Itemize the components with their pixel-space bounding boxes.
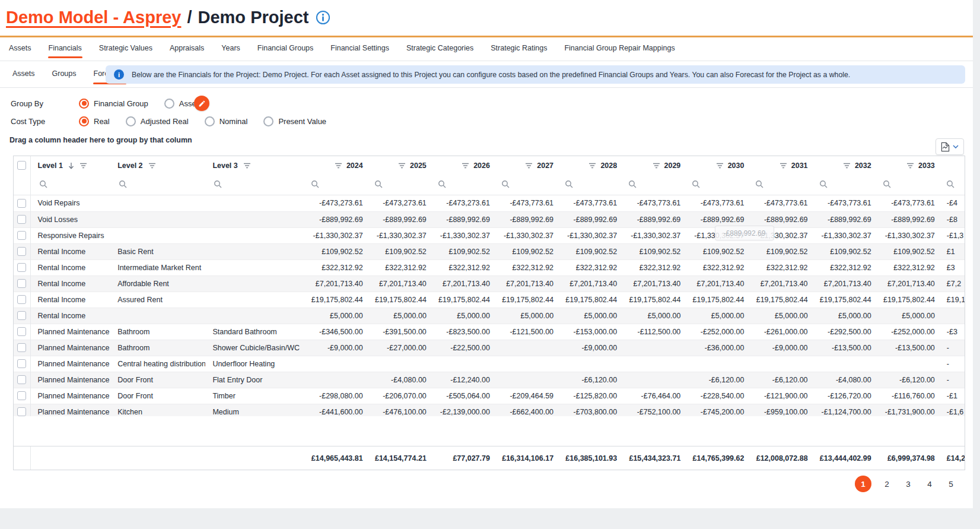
column-header-2031[interactable]: 2031 xyxy=(750,156,813,175)
search-icon[interactable] xyxy=(692,180,700,188)
row-checkbox[interactable] xyxy=(17,359,26,368)
page-button-2[interactable]: 2 xyxy=(876,480,898,489)
filter-cell-level-2[interactable] xyxy=(110,175,205,195)
filter-cell-level-1[interactable] xyxy=(30,175,110,195)
export-button[interactable] xyxy=(936,138,964,155)
filter-cell-2029[interactable] xyxy=(623,175,686,195)
filter-icon[interactable] xyxy=(779,162,787,169)
radio-adjusted-real[interactable]: Adjusted Real xyxy=(126,116,189,126)
select-all-header[interactable] xyxy=(14,156,30,175)
table-row[interactable]: Planned MaintenanceBathroomStandard Bath… xyxy=(14,324,965,340)
row-checkbox[interactable] xyxy=(17,327,26,336)
column-header-2025[interactable]: 2025 xyxy=(369,156,432,175)
radio-asset[interactable]: Asset xyxy=(164,99,199,109)
filter-icon[interactable] xyxy=(588,162,596,169)
subtab-groups[interactable]: Groups xyxy=(52,64,77,85)
tab-strategic-categories[interactable]: Strategic Categories xyxy=(406,39,474,59)
search-icon[interactable] xyxy=(39,180,47,188)
filter-icon[interactable] xyxy=(525,162,533,169)
row-checkbox[interactable] xyxy=(17,247,26,256)
search-icon[interactable] xyxy=(628,180,637,188)
row-checkbox[interactable] xyxy=(17,263,26,272)
tab-strategic-ratings[interactable]: Strategic Ratings xyxy=(490,39,548,59)
tab-years[interactable]: Years xyxy=(221,39,241,59)
page-button-1[interactable]: 1 xyxy=(855,476,871,492)
filter-icon[interactable] xyxy=(243,162,251,169)
filter-cell-2033[interactable] xyxy=(877,175,941,195)
search-icon[interactable] xyxy=(819,180,828,188)
search-icon[interactable] xyxy=(883,180,891,188)
table-row[interactable]: Void Repairs-£473,273.61-£473,273.61-£47… xyxy=(14,195,965,211)
subtab-assets[interactable]: Assets xyxy=(12,64,36,85)
page-button-4[interactable]: 4 xyxy=(919,480,940,489)
column-header-level-1[interactable]: Level 1 xyxy=(30,156,110,175)
search-icon[interactable] xyxy=(119,180,127,188)
radio-button[interactable] xyxy=(79,99,89,109)
tab-financial-group-repair-mappings[interactable]: Financial Group Repair Mappings xyxy=(564,39,675,59)
filter-cell-2025[interactable] xyxy=(369,175,432,195)
table-row[interactable]: Rental IncomeAssured Rent£19,175,802.44£… xyxy=(14,292,965,308)
search-icon[interactable] xyxy=(214,180,222,188)
table-row[interactable]: Rental IncomeAffordable Rent£7,201,713.4… xyxy=(14,275,965,292)
table-row[interactable]: Planned MaintenanceDoor FrontFlat Entry … xyxy=(14,372,965,388)
tab-financial-groups[interactable]: Financial Groups xyxy=(257,39,314,59)
filter-icon[interactable] xyxy=(653,162,660,169)
filter-cell-clipped[interactable] xyxy=(941,175,965,195)
column-header-2029[interactable]: 2029 xyxy=(623,156,686,175)
filter-cell-2028[interactable] xyxy=(559,175,623,195)
radio-button[interactable] xyxy=(205,116,215,126)
filter-cell-2027[interactable] xyxy=(496,175,559,195)
table-row[interactable]: Planned MaintenanceDoor FrontTimber-£298… xyxy=(14,388,965,404)
filter-icon[interactable] xyxy=(462,162,469,169)
info-icon[interactable] xyxy=(316,10,330,25)
filter-cell-2032[interactable] xyxy=(814,175,877,195)
radio-financial-group[interactable]: Financial Group xyxy=(79,99,148,109)
radio-button[interactable] xyxy=(263,116,273,126)
tab-strategic-values[interactable]: Strategic Values xyxy=(98,39,153,59)
page-button-3[interactable]: 3 xyxy=(898,480,919,489)
table-row[interactable]: Responsive Repairs-£1,330,302.37-£1,330,… xyxy=(14,227,965,243)
column-header-level-2[interactable]: Level 2 xyxy=(110,156,205,175)
radio-real[interactable]: Real xyxy=(79,116,110,126)
table-row[interactable]: Rental IncomeBasic Rent£109,902.52£109,9… xyxy=(14,243,965,259)
filter-cell-level-3[interactable] xyxy=(205,175,305,195)
model-breadcrumb-link[interactable]: Demo Model - Asprey xyxy=(6,8,181,27)
search-icon[interactable] xyxy=(438,180,446,188)
filter-icon[interactable] xyxy=(716,162,724,169)
tab-financials[interactable]: Financials xyxy=(48,39,82,59)
filter-cell-2024[interactable] xyxy=(306,175,369,195)
row-checkbox[interactable] xyxy=(17,279,26,288)
filter-cell-2026[interactable] xyxy=(432,175,496,195)
search-icon[interactable] xyxy=(565,180,573,188)
search-icon[interactable] xyxy=(501,180,510,188)
column-header-2024[interactable]: 2024 xyxy=(306,156,369,175)
filter-icon[interactable] xyxy=(335,162,342,169)
radio-button[interactable] xyxy=(164,99,174,109)
search-icon[interactable] xyxy=(311,180,319,188)
table-row[interactable]: Planned MaintenanceCentral heating distr… xyxy=(14,356,965,372)
table-row[interactable]: Rental IncomeIntermediate Market Rent£32… xyxy=(14,259,965,275)
search-icon[interactable] xyxy=(374,180,383,188)
column-header-2027[interactable]: 2027 xyxy=(496,156,559,175)
row-checkbox[interactable] xyxy=(17,231,26,240)
filter-icon[interactable] xyxy=(79,162,87,169)
radio-present-value[interactable]: Present Value xyxy=(263,116,326,126)
column-header-2028[interactable]: 2028 xyxy=(559,156,623,175)
column-header-2030[interactable]: 2030 xyxy=(686,156,750,175)
filter-icon[interactable] xyxy=(843,162,851,169)
chevron-down-icon[interactable] xyxy=(953,145,959,148)
column-header-level-3[interactable]: Level 3 xyxy=(205,156,305,175)
column-header-2033[interactable]: 2033 xyxy=(877,156,941,175)
radio-button[interactable] xyxy=(126,116,136,126)
column-header-2032[interactable]: 2032 xyxy=(814,156,877,175)
table-row[interactable]: Planned MaintenanceKitchenMedium-£441,60… xyxy=(14,404,965,416)
table-row[interactable]: Rental Income£5,000.00£5,000.00£5,000.00… xyxy=(14,308,965,324)
row-checkbox[interactable] xyxy=(17,199,26,208)
column-header-2026[interactable]: 2026 xyxy=(432,156,496,175)
row-checkbox[interactable] xyxy=(17,311,26,320)
filter-icon[interactable] xyxy=(148,162,156,169)
filter-icon[interactable] xyxy=(398,162,406,169)
search-icon[interactable] xyxy=(946,180,954,188)
tab-assets[interactable]: Assets xyxy=(8,39,32,59)
filter-cell-2030[interactable] xyxy=(686,175,750,195)
